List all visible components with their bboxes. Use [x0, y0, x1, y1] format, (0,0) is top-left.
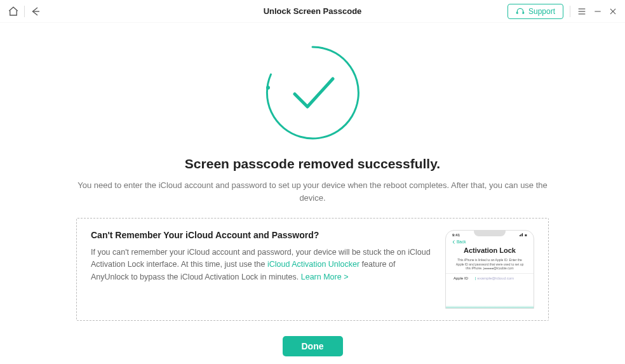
phone-back-button: Back: [446, 238, 534, 245]
phone-field-placeholder: example@icloud.com: [478, 276, 514, 280]
svg-point-7: [266, 86, 270, 90]
phone-field-label: Apple ID: [454, 276, 475, 280]
phone-time: 9:41: [452, 233, 460, 237]
done-button[interactable]: Done: [283, 336, 343, 356]
success-subtext: You need to enter the iCloud account and…: [77, 179, 548, 204]
info-description: If you can't remember your iCloud accoun…: [91, 246, 433, 283]
home-icon[interactable]: [8, 6, 19, 17]
phone-preview: 9:41 ■ Back Activation Lock This iPhone …: [445, 230, 534, 309]
divider: [24, 6, 25, 17]
info-title: Can't Remember Your iCloud Account and P…: [91, 230, 433, 240]
phone-status-icons: ■: [520, 233, 527, 237]
info-box: Can't Remember Your iCloud Account and P…: [76, 218, 549, 321]
phone-screen-title: Activation Lock: [446, 246, 534, 254]
support-button[interactable]: Support: [507, 4, 563, 19]
menu-icon[interactable]: [577, 6, 587, 17]
window-title: Unlock Screen Passcode: [264, 6, 362, 16]
back-icon[interactable]: [30, 6, 41, 17]
learn-more-link[interactable]: Learn More >: [301, 273, 349, 281]
divider: [570, 6, 570, 17]
icloud-unlocker-link[interactable]: iCloud Activation Unlocker: [267, 260, 360, 269]
phone-body-text: This iPhone is linked to an Apple ID. En…: [446, 254, 534, 273]
success-checkmark-icon: [262, 42, 363, 144]
success-heading: Screen passcode removed successfully.: [25, 156, 600, 172]
headset-icon: [516, 7, 525, 16]
support-label: Support: [528, 7, 555, 16]
close-icon[interactable]: [608, 7, 617, 16]
minimize-icon[interactable]: [593, 7, 602, 16]
